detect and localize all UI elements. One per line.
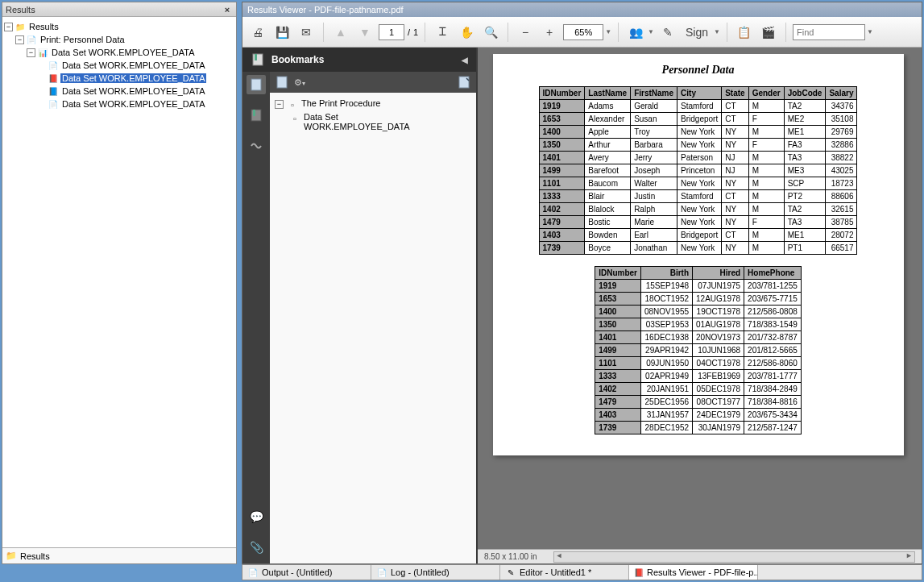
sign-dropdown-icon[interactable]: ▼ <box>714 28 720 35</box>
table-row: 173928DEC195230JAN1979212/587-1247 <box>595 422 802 434</box>
tree-child[interactable]: 📕Data Set WORK.EMPLOYEE_DATA <box>4 72 234 85</box>
table-cell: 203/781-1777 <box>744 370 802 383</box>
bookmarks-title: Bookmarks <box>271 54 324 65</box>
table-row: 1479BosticMarieNew YorkNYFTA338785 <box>539 216 857 229</box>
marquee-zoom-icon[interactable]: 🔍 <box>480 22 501 43</box>
page-thumbnails-icon[interactable] <box>247 75 266 94</box>
bottombar-tab[interactable]: 📕Results Viewer - PDF-file-p... <box>629 565 758 580</box>
table-cell: Apple <box>585 126 631 139</box>
sign-button[interactable]: Sign <box>682 22 712 43</box>
expander-icon[interactable]: − <box>27 48 35 57</box>
table-cell: F <box>748 216 784 229</box>
find-input[interactable] <box>793 24 865 40</box>
zoom-input[interactable] <box>563 24 603 40</box>
table-header: Birth <box>640 267 692 280</box>
table-cell: 1919 <box>595 280 641 293</box>
table-header: Salary <box>826 87 857 100</box>
signatures-icon[interactable] <box>247 136 266 156</box>
table-cell: NY <box>722 126 748 139</box>
tree-child[interactable]: 📄Data Set WORK.EMPLOYEE_DATA <box>4 98 234 110</box>
print-icon[interactable]: 🖨 <box>247 22 268 43</box>
pdf-scroll[interactable]: Personnel Data IDNumberLastNameFirstName… <box>486 54 910 546</box>
table-cell: Stamford <box>677 100 722 113</box>
table-cell: 24DEC1979 <box>693 409 744 422</box>
zoom-dropdown-icon[interactable]: ▼ <box>605 28 611 35</box>
table-cell: 718/384-2849 <box>744 383 802 396</box>
bottombar-tab[interactable]: ✎Editor - Untitled1 * <box>500 565 629 580</box>
bookmark-root[interactable]: − ▫ The Print Procedure <box>275 98 471 111</box>
svg-rect-6 <box>459 77 469 88</box>
forms-icon[interactable]: 📋 <box>734 22 755 43</box>
collaborate-dropdown-icon[interactable]: ▼ <box>648 28 654 35</box>
bookmark-child[interactable]: ▫ Data Set WORK.EMPLOYEE_DATA <box>275 111 471 132</box>
zoom-out-icon[interactable]: − <box>515 22 536 43</box>
table-cell: 10JUN1968 <box>693 344 744 357</box>
table-cell: 1402 <box>595 383 641 396</box>
tab-icon: 📕 <box>634 567 644 578</box>
bookmarks-tab-icon[interactable] <box>247 106 266 125</box>
attachments-icon[interactable]: 📎 <box>247 538 266 557</box>
svg-rect-2 <box>251 79 261 90</box>
bookmarks-collapse-icon[interactable]: ◀ <box>462 56 468 64</box>
results-bottom-tab[interactable]: 📁 Results <box>2 547 236 563</box>
results-tree[interactable]: − 📁 Results − 📄 Print: Personnel Data − … <box>2 17 236 547</box>
bookmark-options-icon[interactable]: ⚙▾ <box>294 77 305 88</box>
tab-icon: 📄 <box>247 567 259 578</box>
expander-icon[interactable]: − <box>15 35 24 44</box>
page-up-icon[interactable]: ▲ <box>330 22 351 43</box>
expander-icon[interactable]: − <box>4 23 13 31</box>
table-cell: 718/383-1549 <box>744 318 802 331</box>
table-cell: 20NOV1973 <box>693 331 744 344</box>
table-cell: 29769 <box>826 126 857 139</box>
save-icon[interactable]: 💾 <box>271 22 292 43</box>
table-cell: 88606 <box>826 190 857 203</box>
page-down-icon[interactable]: ▼ <box>354 22 375 43</box>
collaborate-icon[interactable]: 👥 <box>625 22 646 43</box>
results-close-icon[interactable]: × <box>222 5 233 15</box>
tree-dataset-node[interactable]: − 📊 Data Set WORK.EMPLOYEE_DATA <box>4 46 234 59</box>
tree-child[interactable]: 📄Data Set WORK.EMPLOYEE_DATA <box>4 59 234 72</box>
dataset-icon: 📊 <box>37 47 48 58</box>
table-cell: F <box>748 139 784 152</box>
results-panel: Results × − 📁 Results − 📄 Print: Personn… <box>2 2 237 564</box>
table-cell: 02APR1949 <box>640 370 692 383</box>
table-cell: 01AUG1978 <box>693 318 744 331</box>
highlight-icon[interactable]: ✎ <box>657 22 678 43</box>
table-cell: FA3 <box>784 139 826 152</box>
find-dropdown-icon[interactable]: ▼ <box>867 28 873 35</box>
table-cell: 1101 <box>595 357 641 370</box>
pdf-horizontal-scrollbar[interactable] <box>553 551 915 563</box>
table-cell: CT <box>722 229 748 242</box>
table-cell: Stamford <box>677 190 722 203</box>
bookmark-root-label: The Print Procedure <box>301 98 380 108</box>
table-cell: 201/812-5665 <box>744 344 802 357</box>
table-cell: 19OCT1978 <box>693 306 744 318</box>
tree-print-node[interactable]: − 📄 Print: Personnel Data <box>4 33 234 46</box>
hand-tool-icon[interactable]: ✋ <box>456 22 477 43</box>
table-cell: Blair <box>585 190 631 203</box>
table-cell: 34376 <box>826 100 857 113</box>
table-cell: NJ <box>722 152 748 164</box>
table-cell: 1402 <box>539 203 585 216</box>
bookmark-expand-icon[interactable] <box>458 76 470 89</box>
table-cell: 1400 <box>539 126 585 139</box>
table-cell: 212/587-1247 <box>744 422 802 434</box>
table-row: 135003SEP195301AUG1978718/383-1549 <box>595 318 802 331</box>
table-cell: 32615 <box>826 203 857 216</box>
table-cell: 1653 <box>595 293 641 306</box>
expander-icon[interactable]: − <box>275 100 284 109</box>
zoom-in-icon[interactable]: + <box>539 22 560 43</box>
tree-child[interactable]: 📘Data Set WORK.EMPLOYEE_DATA <box>4 85 234 98</box>
bookmarks-tree[interactable]: − ▫ The Print Procedure ▫ Data Set WORK.… <box>270 93 476 563</box>
new-bookmark-icon[interactable] <box>276 76 288 89</box>
page-current-input[interactable] <box>379 24 404 40</box>
table-cell: 28DEC1952 <box>640 422 692 434</box>
select-tool-icon[interactable]: Ꮖ <box>432 22 453 43</box>
email-icon[interactable]: ✉ <box>296 22 317 43</box>
bottombar-tab[interactable]: 📄Log - (Untitled) <box>371 565 500 580</box>
comments-icon[interactable]: 💬 <box>247 507 266 526</box>
multimedia-icon[interactable]: 🎬 <box>758 22 779 43</box>
tree-root[interactable]: − 📁 Results <box>4 20 234 33</box>
table-cell: New York <box>677 177 722 190</box>
bottombar-tab[interactable]: 📄Output - (Untitled) <box>242 565 371 580</box>
